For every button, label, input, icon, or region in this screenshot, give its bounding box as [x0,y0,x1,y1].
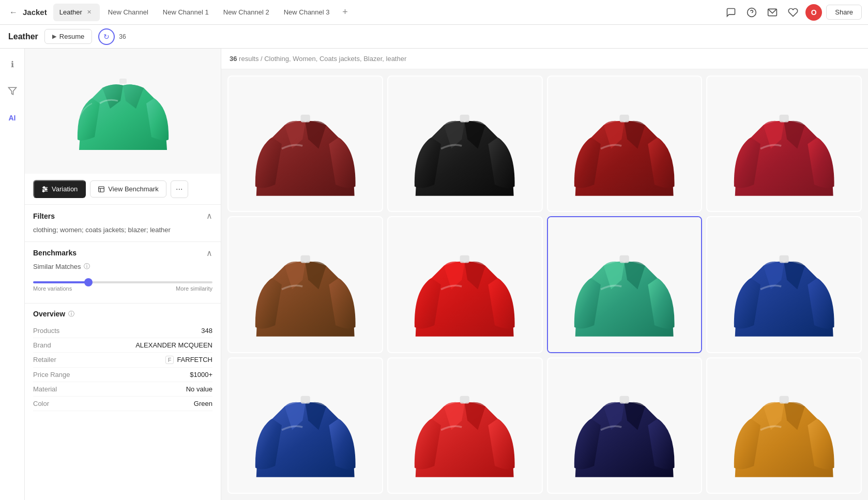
svg-marker-3 [8,87,16,95]
tab-new-channel-label: New Channel [108,8,148,16]
brand-label: Brand [33,341,51,349]
product-card[interactable] [227,216,383,353]
product-image [548,217,702,353]
svg-point-9 [45,188,47,190]
benchmarks-header[interactable]: Benchmarks ∧ [33,248,212,258]
product-image [388,77,542,212]
preview-jacket-image [71,57,175,165]
product-image [229,217,382,353]
products-value: 348 [201,327,212,335]
overview-row-retailer: Retailer F FARFETCH [33,353,212,368]
product-card[interactable] [706,75,862,212]
filters-title: Filters [33,212,55,220]
price-label: Price Range [33,371,70,378]
variation-button[interactable]: Variation [33,180,86,198]
tab-new-channel-3-label: New Channel 3 [284,8,330,16]
sidebar-ai-icon[interactable]: AI [3,109,22,127]
product-image [388,358,542,494]
overview-section: Overview ⓘ Products 348 Brand ALEXANDER … [25,303,221,417]
svg-rect-22 [300,396,310,404]
topbar-icons: O Share [723,4,862,21]
play-icon: ▶ [52,33,56,40]
overview-row-material: Material No value [33,382,212,397]
sidebar-filter-icon[interactable] [3,82,22,100]
tab-leather[interactable]: Leather ✕ [53,4,100,21]
material-label: Material [33,385,57,393]
filter-tags: clothing; women; coats jackets; blazer; … [33,225,212,235]
svg-rect-11 [99,186,104,192]
product-card[interactable] [547,216,703,353]
product-card[interactable] [227,357,383,494]
similar-matches-label: Similar Matches [33,263,81,270]
svg-rect-20 [620,255,629,263]
product-card[interactable] [387,357,543,494]
variation-label: Variation [52,185,78,193]
svg-rect-21 [779,255,788,263]
overview-row-brand: Brand ALEXANDER MCQUEEN [33,338,212,353]
tab-leather-close[interactable]: ✕ [85,8,94,17]
badge-button[interactable]: ↻ [98,28,115,45]
product-image [229,77,382,212]
product-image [707,358,861,494]
chat-icon[interactable] [723,4,739,21]
benchmarks-toggle-icon: ∧ [206,248,212,258]
refresh-icon: ↻ [103,33,110,41]
results-count-number: 36 [230,55,237,63]
resume-label: Resume [59,33,84,40]
help-icon[interactable] [743,4,760,21]
retailer-label: Retailer [33,356,56,363]
topbar: ← Jacket Leather ✕ New Channel New Chann… [0,0,868,25]
benchmark-label: View Benchmark [108,185,158,193]
product-card[interactable] [227,75,383,212]
share-button[interactable]: Share [826,5,862,20]
preview-area [25,49,221,174]
overview-row-products: Products 348 [33,324,212,338]
svg-rect-18 [300,255,310,263]
svg-rect-19 [460,255,469,263]
retailer-value: F FARFETCH [165,356,212,364]
slider-container: More variations More similarity [33,276,212,292]
color-value: Green [194,400,212,407]
results-separator: results / [239,55,264,63]
view-benchmark-button[interactable]: View Benchmark [90,180,166,198]
svg-rect-4 [119,79,127,84]
subheader: Leather ▶ Resume ↻ 36 [0,25,868,49]
svg-point-10 [42,190,44,192]
tab-new-channel-2[interactable]: New Channel 2 [217,4,276,21]
svg-rect-23 [460,396,469,404]
tab-new-channel[interactable]: New Channel [102,4,155,21]
resume-button[interactable]: ▶ Resume [44,29,92,44]
product-card[interactable] [547,357,703,494]
tab-new-channel-2-label: New Channel 2 [223,8,269,16]
back-button[interactable]: ← [6,5,21,20]
product-card[interactable] [706,357,862,494]
price-value: $1000+ [190,371,212,378]
slider-min-label: More variations [33,285,72,292]
tab-new-channel-3[interactable]: New Channel 3 [278,4,336,21]
svg-rect-14 [300,114,310,122]
tab-new-channel-1-label: New Channel 1 [163,8,209,16]
filters-header[interactable]: Filters ∧ [33,211,212,221]
similar-matches-row: Similar Matches ⓘ [33,262,212,271]
product-card[interactable] [387,216,543,353]
similarity-slider[interactable] [33,281,212,283]
channel-title: Leather [8,32,38,41]
tab-new-channel-1[interactable]: New Channel 1 [157,4,215,21]
overview-row-price: Price Range $1000+ [33,368,212,382]
mail-icon[interactable] [764,4,781,21]
heart-icon[interactable] [785,4,801,21]
product-image [707,77,861,212]
add-tab-button[interactable]: + [338,5,353,20]
product-card[interactable] [547,75,703,212]
svg-rect-17 [779,114,788,122]
product-card[interactable] [387,75,543,212]
app-title: Jacket [23,8,47,17]
slider-max-label: More similarity [176,285,212,292]
svg-rect-16 [620,114,629,122]
more-options-button[interactable]: ··· [171,180,188,198]
product-card[interactable] [706,216,862,353]
results-count: 36 results / Clothing, Women, Coats jack… [230,55,406,63]
user-avatar[interactable]: O [805,4,822,21]
sidebar-info-icon[interactable]: ℹ [3,55,22,73]
similar-matches-info-icon: ⓘ [84,262,90,271]
